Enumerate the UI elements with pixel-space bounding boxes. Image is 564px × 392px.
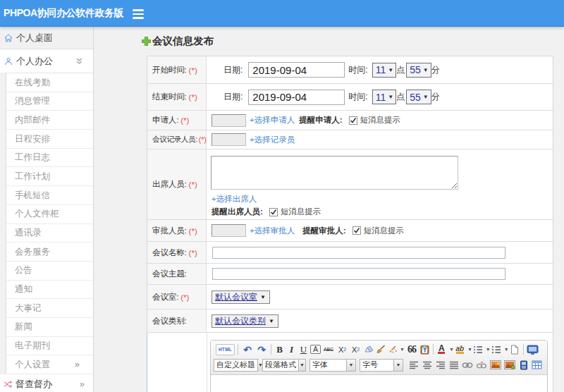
html-source-button[interactable]: HTML <box>216 344 235 355</box>
sidebar-item-personal-office[interactable]: 个人办公 <box>0 49 93 73</box>
unlink-icon[interactable] <box>476 359 487 372</box>
new-page-icon[interactable] <box>510 343 520 356</box>
italic-button[interactable]: I <box>286 343 297 356</box>
start-hour-select[interactable]: 11▼ <box>372 63 396 78</box>
sidebar-item-personal-desktop[interactable]: 个人桌面 <box>0 27 93 49</box>
eraser-icon[interactable] <box>363 343 374 356</box>
hour-value: 11 <box>376 64 386 75</box>
choose-approver-link[interactable]: +选择审批人 <box>250 226 295 236</box>
heading-style-combobox[interactable]: 自定义标题▼ <box>214 359 259 372</box>
meeting-name-input[interactable] <box>212 247 505 259</box>
sidebar-submenu-item[interactable]: 工作计划 <box>6 167 93 186</box>
sidebar-submenu-item[interactable]: 电子期刊 <box>6 337 93 356</box>
dropdown-arrow-icon: ▼ <box>400 347 405 352</box>
recorder-input[interactable] <box>212 133 246 146</box>
font-size-combobox[interactable]: 字号▼ <box>360 359 403 372</box>
paragraph-format-combobox[interactable]: 段落格式▼ <box>262 359 306 372</box>
end-minute-select[interactable]: 55▼ <box>406 90 431 104</box>
fullscreen-icon[interactable] <box>527 343 539 356</box>
sidebar-item-supervision[interactable]: 督查督办 » <box>0 374 93 392</box>
sidebar-submenu-item[interactable]: 日程安排 <box>6 130 93 149</box>
undo-button[interactable]: ↶ <box>241 343 254 356</box>
form-row-applicant: 申请人: (*) +选择申请人 提醒申请人: 短消息提示 <box>147 111 553 130</box>
underline-button[interactable]: U <box>298 343 309 356</box>
bold-button[interactable]: B <box>274 343 285 356</box>
approver-input[interactable] <box>212 224 246 237</box>
choose-attendees-link[interactable]: +选择出席人 <box>212 195 257 203</box>
start-minute-select[interactable]: 55▼ <box>406 63 431 78</box>
paste-word-icon[interactable] <box>419 343 430 356</box>
attendees-sms-checkbox[interactable] <box>269 208 278 216</box>
blockquote-button[interactable]: 66 <box>405 343 418 356</box>
font-color-button[interactable]: A <box>436 343 447 356</box>
subscript-button[interactable]: X2 <box>350 343 362 356</box>
applicant-input[interactable] <box>212 114 246 127</box>
end-hour-select[interactable]: 11▼ <box>372 90 396 104</box>
sidebar-submenu-item[interactable]: 公告 <box>6 262 93 281</box>
sidebar-submenu-item[interactable]: 消息管理 <box>6 92 93 111</box>
unordered-list-icon[interactable] <box>491 343 502 356</box>
required-mark: (*) <box>189 92 197 102</box>
hamburger-menu-icon[interactable] <box>133 9 144 19</box>
dropdown-arrow-icon[interactable]: ▼ <box>393 360 403 371</box>
align-justify-icon[interactable] <box>448 359 459 372</box>
applicant-sms-checkbox[interactable] <box>349 116 357 125</box>
remind-approver-label: 提醒审批人: <box>302 226 345 236</box>
sidebar-submenu-item[interactable]: 会务服务 <box>6 243 93 262</box>
insert-media-icon[interactable] <box>504 359 515 372</box>
sidebar-submenu-item[interactable]: 内部邮件 <box>6 111 93 130</box>
dropdown-arrow-icon: ▼ <box>388 67 393 73</box>
sidebar-item-label: 个人办公 <box>16 55 53 68</box>
format-paint-icon[interactable] <box>387 343 398 356</box>
sidebar-submenu-item[interactable]: 大事记 <box>6 299 93 318</box>
brush-icon[interactable] <box>375 343 386 356</box>
strikethrough-button[interactable]: ABC <box>322 343 335 356</box>
sidebar-submenu-item-label: 在线考勤 <box>15 73 50 92</box>
choose-applicant-link[interactable]: +选择申请人 <box>250 115 295 125</box>
sidebar-submenu-item[interactable]: 新闻 <box>6 318 93 337</box>
sidebar-item-personal-settings[interactable]: 个人设置 » <box>6 355 93 374</box>
sidebar-submenu-item[interactable]: 个人文件柜 <box>6 205 93 224</box>
editor-toolbar-row-2: 自定义标题▼ 段落格式▼ 字体▼ 字号▼ <box>214 357 544 372</box>
form-row-start-time: 开始时间: (*) 日期: 时间: 11▼ 点 55▼ 分 <box>147 56 553 84</box>
editor-toolbar-row-1: HTML ↶ ↷ B I U A ABC X2 X2 <box>214 342 544 357</box>
superscript-button[interactable]: X2 <box>336 343 348 356</box>
superscript-exp: 2 <box>343 347 346 352</box>
sidebar-submenu-item[interactable]: 手机短信 <box>6 186 93 205</box>
align-center-icon[interactable] <box>422 359 432 372</box>
dropdown-arrow-icon[interactable]: ▼ <box>346 360 355 371</box>
sidebar-submenu-item[interactable]: 工作日志 <box>6 149 93 168</box>
dropdown-arrow-icon[interactable]: ▼ <box>298 360 305 371</box>
start-date-input[interactable] <box>248 62 345 78</box>
align-left-icon[interactable] <box>408 359 419 372</box>
editor-content-area[interactable] <box>211 375 547 392</box>
sidebar-submenu-item[interactable]: 通知 <box>6 281 93 300</box>
sidebar-submenu-item-label: 大事记 <box>15 299 42 318</box>
meeting-subject-input[interactable] <box>212 268 505 280</box>
sidebar-submenu-item-label: 电子期刊 <box>15 336 50 355</box>
link-icon[interactable] <box>462 359 473 372</box>
sidebar-submenu-item[interactable]: 通讯录 <box>6 224 93 243</box>
end-date-input[interactable] <box>248 90 345 105</box>
meeting-category-select[interactable]: 默认会议类别▼ <box>212 314 278 328</box>
ordered-list-icon[interactable] <box>473 343 484 356</box>
approver-sms-checkbox[interactable] <box>352 226 361 235</box>
dropdown-arrow-icon: ▼ <box>423 94 429 100</box>
font-border-button[interactable]: A <box>310 345 321 354</box>
redo-button[interactable]: ↷ <box>255 343 268 356</box>
required-mark: (*) <box>189 66 197 75</box>
font-family-combobox[interactable]: 字体▼ <box>309 359 356 372</box>
insert-table-icon[interactable] <box>532 359 542 372</box>
page-break-icon[interactable] <box>518 359 529 372</box>
highlight-color-button[interactable]: ab <box>455 343 465 356</box>
field-label: 会议名称: <box>152 247 187 258</box>
align-right-icon[interactable] <box>435 359 446 372</box>
form-row-end-time: 结束时间: (*) 日期: 时间: 11▼ 点 55▼ 分 <box>147 84 553 111</box>
choose-recorder-link[interactable]: +选择记录员 <box>250 135 295 145</box>
attendees-textarea[interactable] <box>211 156 458 190</box>
meeting-room-select[interactable]: 默认会议室▼ <box>212 290 270 304</box>
insert-image-icon[interactable] <box>490 359 501 372</box>
sidebar-submenu-item-label: 通讯录 <box>15 223 42 243</box>
sidebar-submenu-item[interactable]: 在线考勤 <box>6 73 93 92</box>
minute-unit-label: 分 <box>431 64 440 76</box>
